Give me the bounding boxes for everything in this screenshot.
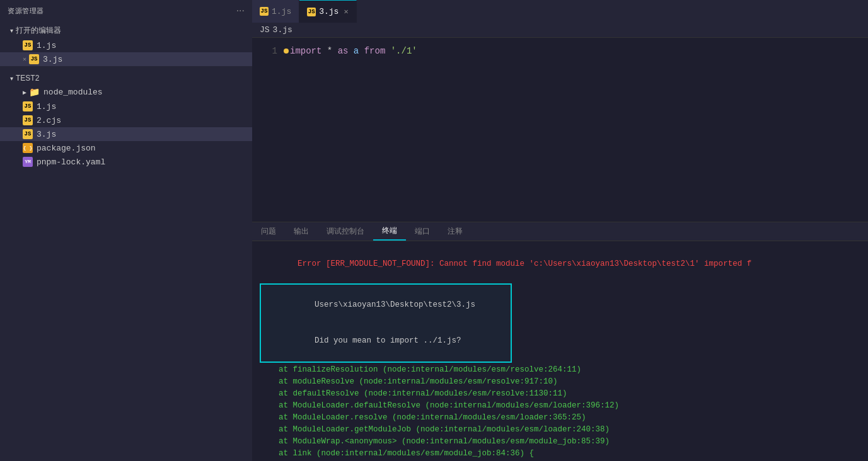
file-package-json-label: package.json	[37, 144, 96, 153]
file-2cjs[interactable]: JS 2.cjs	[0, 113, 252, 127]
keyword-import: import	[290, 44, 321, 58]
sidebar: 资源管理器 ··· ▾ 打开的编辑器 JS 1.js ✕ JS 3.js ▾ T…	[0, 0, 252, 461]
open-editors-section: ▾ 打开的编辑器 JS 1.js ✕ JS 3.js	[0, 21, 252, 67]
file-1js-label: 1.js	[37, 102, 56, 111]
tab-3js-icon: JS	[307, 8, 316, 16]
highlight-line-1: Users\xiaoyan13\Desktop\test2\3.js	[267, 287, 504, 323]
panel-tab-output-label: 输出	[294, 226, 309, 237]
panel-tabs: 问题 输出 调试控制台 终端 端口 注释	[252, 222, 868, 241]
open-editor-1js-label: 1.js	[37, 41, 56, 50]
line-numbers: 1	[252, 38, 284, 222]
panel-tab-port-label: 端口	[415, 226, 430, 237]
node-modules-item[interactable]: ▶ 📁 node_modules	[0, 85, 252, 100]
open-editor-3js-label: 3.js	[43, 55, 62, 64]
panel-tab-issues[interactable]: 问题	[252, 222, 285, 241]
string-path: './1'	[391, 44, 417, 58]
panel-tab-debug-label: 调试控制台	[327, 226, 364, 237]
stack-line-1: at finalizeResolution (node:internal/mod…	[260, 364, 860, 376]
panel-tab-debug[interactable]: 调试控制台	[318, 222, 373, 241]
tab-1js[interactable]: JS 1.js	[252, 0, 299, 23]
panel-tab-terminal-label: 终端	[382, 225, 397, 236]
file-3js[interactable]: JS 3.js	[0, 127, 252, 141]
var-a: a	[354, 44, 359, 58]
panel-tab-port[interactable]: 端口	[406, 222, 439, 241]
workspace-name: TEST2	[16, 74, 39, 83]
stack-line-3: at defaultResolve (node:internal/modules…	[260, 388, 860, 400]
editor-code[interactable]: import * as a from './1'	[284, 38, 868, 222]
js-file-icon: JS	[23, 40, 33, 50]
breadcrumb-label: 3.js	[273, 25, 292, 35]
panel-area: 问题 输出 调试控制台 终端 端口 注释 Error [ERR_MODULE_N…	[252, 222, 868, 461]
stack-line-6: at ModuleLoader.getModuleJob (node:inter…	[260, 424, 860, 436]
open-editors-label[interactable]: ▾ 打开的编辑器	[0, 23, 252, 38]
sidebar-more-button[interactable]: ···	[236, 5, 245, 16]
json-icon-package: { }	[23, 143, 33, 153]
stack-line-7: at ModuleWrap.<anonymous> (node:internal…	[260, 436, 860, 448]
js-icon-1js: JS	[23, 101, 33, 111]
open-editor-1js[interactable]: JS 1.js	[0, 38, 252, 52]
tab-1js-icon: JS	[260, 7, 269, 16]
sidebar-header: 资源管理器 ···	[0, 0, 252, 21]
file-pnpm-lock[interactable]: YM pnpm-lock.yaml	[0, 155, 252, 169]
tab-3js[interactable]: JS 3.js ✕	[299, 0, 356, 23]
line-number-1: 1	[252, 44, 277, 58]
file-package-json[interactable]: { } package.json	[0, 141, 252, 155]
panel-tab-terminal[interactable]: 终端	[373, 222, 406, 241]
open-editors-arrow: ▾	[10, 27, 13, 34]
open-editors-text: 打开的编辑器	[16, 25, 61, 36]
js-icon-3js: JS	[23, 129, 33, 139]
tab-bar: JS 1.js JS 3.js ✕	[252, 0, 868, 23]
stack-line-5: at ModuleLoader.resolve (node:internal/m…	[260, 412, 860, 424]
file-pnpm-lock-label: pnpm-lock.yaml	[37, 157, 105, 167]
sidebar-title: 资源管理器	[8, 6, 44, 16]
close-3js-icon[interactable]: ✕	[23, 55, 26, 63]
tab-1js-label: 1.js	[272, 7, 291, 16]
folder-icon: 📁	[29, 87, 40, 98]
panel-tab-issues-label: 问题	[261, 226, 276, 237]
js-file-icon-2: JS	[29, 54, 39, 64]
keyword-as: as	[338, 44, 349, 58]
panel-tab-notes-label: 注释	[448, 226, 463, 237]
operator-star: *	[327, 44, 332, 58]
node-modules-arrow: ▶	[23, 89, 26, 96]
workspace-label[interactable]: ▾ TEST2	[0, 71, 252, 85]
stack-line-8: at link (node:internal/modules/esm/modul…	[260, 448, 860, 460]
breadcrumb-icon: JS	[260, 25, 270, 35]
highlight-box: Users\xiaoyan13\Desktop\test2\3.js Did y…	[260, 283, 512, 363]
file-3js-label: 3.js	[37, 130, 56, 139]
cursor-dot	[284, 48, 289, 54]
terminal-content[interactable]: Error [ERR_MODULE_NOT_FOUND]: Cannot fin…	[252, 241, 868, 461]
file-2cjs-label: 2.cjs	[37, 116, 61, 125]
tab-3js-label: 3.js	[319, 7, 339, 16]
breadcrumb: JS 3.js	[252, 23, 868, 38]
editor-area[interactable]: 1 import * as a from './1'	[252, 38, 868, 222]
workspace-arrow: ▾	[10, 75, 13, 82]
file-1js[interactable]: JS 1.js	[0, 100, 252, 113]
code-line-1: import * as a from './1'	[284, 44, 868, 58]
tab-3js-close-icon[interactable]: ✕	[344, 7, 348, 16]
terminal-error-line: Error [ERR_MODULE_NOT_FOUND]: Cannot fin…	[260, 246, 860, 282]
main-content: JS 1.js JS 3.js ✕ JS 3.js 1 import * as …	[252, 0, 868, 461]
open-editor-3js[interactable]: ✕ JS 3.js	[0, 52, 252, 66]
stack-line-4: at ModuleLoader.defaultResolve (node:int…	[260, 400, 860, 412]
yaml-icon-pnpm: YM	[23, 157, 33, 167]
panel-tab-notes[interactable]: 注释	[439, 222, 472, 241]
panel-tab-output[interactable]: 输出	[285, 222, 318, 241]
stack-line-2: at moduleResolve (node:internal/modules/…	[260, 376, 860, 388]
error-text: Error [ERR_MODULE_NOT_FOUND]: Cannot fin…	[298, 259, 751, 268]
highlight-line-2: Did you mean to import ../1.js?	[267, 323, 504, 359]
cjs-icon-2cjs: JS	[23, 115, 33, 125]
keyword-from: from	[364, 44, 386, 58]
node-modules-label: node_modules	[43, 88, 103, 97]
